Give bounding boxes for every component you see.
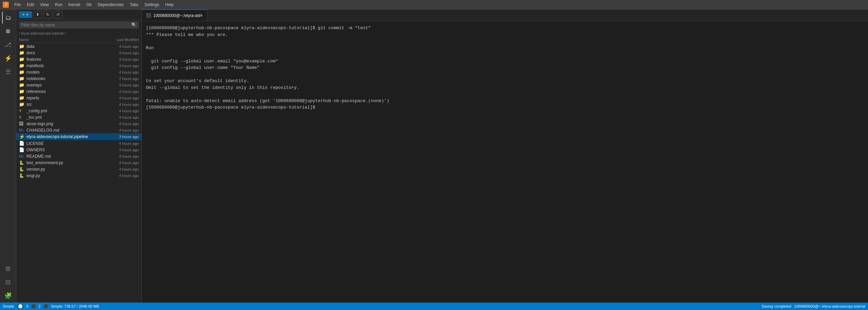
list-item[interactable]: Y_config.yml4 hours ago xyxy=(16,108,141,114)
menu-tabs[interactable]: Tabs xyxy=(127,2,141,8)
search-input[interactable] xyxy=(21,23,130,27)
menu-help[interactable]: Help xyxy=(162,2,176,8)
menu-git[interactable]: Git xyxy=(84,2,94,8)
md-icon: M↓ xyxy=(19,154,25,159)
file-icon: 📄 xyxy=(19,141,25,146)
file-name: README.md xyxy=(26,154,98,159)
upload-button[interactable]: ⬆ xyxy=(33,11,42,18)
list-item[interactable]: 📁overlays4 hours ago xyxy=(16,82,141,88)
file-name: elyra-aidevsecops-tutorial.pipeline xyxy=(26,134,98,139)
png-icon: 🖼 xyxy=(19,121,25,126)
menu-run[interactable]: Run xyxy=(52,2,65,8)
kernel-count: 5 xyxy=(26,304,28,308)
new-button[interactable]: + + xyxy=(19,11,32,18)
menu-settings[interactable]: Settings xyxy=(142,2,162,8)
folder-icon: 📁 xyxy=(19,70,25,75)
list-item[interactable]: 🖼aicoe-logo.png4 hours ago xyxy=(16,120,141,127)
file-name: LICENSE xyxy=(26,141,98,146)
list-item[interactable]: 📁notebooks2 hours ago xyxy=(16,75,141,82)
file-modified: 4 hours ago xyxy=(98,122,139,126)
menu-edit[interactable]: Edit xyxy=(24,2,37,8)
git-icon[interactable]: ⎇ xyxy=(2,39,14,51)
list-item[interactable]: 📁docs4 hours ago xyxy=(16,50,141,56)
md-icon: M↓ xyxy=(19,128,25,133)
list-item[interactable]: 📁models4 hours ago xyxy=(16,69,141,75)
folder-icon: 📁 xyxy=(19,95,25,100)
folder-icon: 📁 xyxy=(19,50,25,55)
toggle-circle xyxy=(18,304,22,308)
files-icon[interactable]: 🗂 xyxy=(2,12,14,24)
file-icon: 📄 xyxy=(19,147,25,152)
menu-dependencies[interactable]: Dependencies xyxy=(95,2,127,8)
file-panel: + + ⬆ ↻ ↺ 🔍 / elyra-aidevsecops-tutorial… xyxy=(16,9,142,303)
tab-bar: ⬛ 1000680000@~:/elyra-aid× xyxy=(142,9,868,21)
undo-button[interactable]: ↺ xyxy=(54,11,62,18)
status-left: Simple 5 ⬛ 2 ⬛ Simple: 738.57 / 2048.00 … xyxy=(3,304,99,309)
refresh-button[interactable]: ↻ xyxy=(43,11,52,18)
list-item[interactable]: 🐍test_environment.py4 hours ago xyxy=(16,159,141,166)
menu-view[interactable]: View xyxy=(37,2,52,8)
simple-label: Simple xyxy=(3,304,14,308)
list-item[interactable]: M↓README.md4 hours ago xyxy=(16,153,141,159)
kernel-icon: ⬛ xyxy=(31,304,36,309)
file-modified: 4 hours ago xyxy=(98,102,139,106)
file-name: reports xyxy=(26,96,98,100)
running-icon[interactable]: ⏹ xyxy=(2,25,14,37)
list-item[interactable]: Y_toc.yml4 hours ago xyxy=(16,114,141,120)
folder-icon: 📁 xyxy=(19,44,25,49)
py-icon: 🐍 xyxy=(19,167,25,172)
path-label: 1000680000@~:/elyra-aidevsecops-tutorial xyxy=(794,304,865,308)
table-icon[interactable]: ⊟ xyxy=(2,276,14,288)
pipeline-icon: ⚡ xyxy=(19,134,25,139)
search-icon: 🔍 xyxy=(131,22,137,27)
list-item[interactable]: 📁reports4 hours ago xyxy=(16,95,141,101)
file-name: models xyxy=(26,70,98,75)
terminal-count: 2 xyxy=(39,304,41,308)
terminal-tab[interactable]: ⬛ 1000680000@~:/elyra-aid× xyxy=(142,9,207,21)
file-list: 📁data4 hours ago📁docs4 hours ago📁feature… xyxy=(16,43,141,303)
file-table-header: Name Last Modified xyxy=(16,37,141,43)
app-logo: J xyxy=(3,2,9,8)
py-icon: 🐍 xyxy=(19,160,25,165)
file-modified: 4 hours ago xyxy=(98,161,139,165)
property-icon[interactable]: ⊞ xyxy=(2,263,14,275)
editor-area: ⬛ 1000680000@~:/elyra-aid× [1000680000@j… xyxy=(142,9,868,303)
folder-icon: 📁 xyxy=(19,82,25,88)
list-item[interactable]: 📁references4 hours ago xyxy=(16,88,141,95)
file-modified: 4 hours ago xyxy=(98,51,139,55)
list-item[interactable]: ⚡elyra-aidevsecops-tutorial.pipeline3 ho… xyxy=(16,133,141,140)
file-name: docs xyxy=(26,51,98,55)
list-item[interactable]: 📁manifests4 hours ago xyxy=(16,62,141,69)
activity-bar: 🗂 ⏹ ⎇ ⚡ ☰ ⊞ ⊟ 🧩 xyxy=(0,9,16,303)
list-item[interactable]: 📄OWNERS4 hours ago xyxy=(16,147,141,153)
file-name: references xyxy=(26,89,98,94)
list-item[interactable]: 🐍version.py4 hours ago xyxy=(16,166,141,172)
file-name: _config.yml xyxy=(26,109,98,113)
menu-kernel[interactable]: Kernel xyxy=(66,2,83,8)
terminal-icon: ⬛ xyxy=(146,13,151,18)
list-item[interactable]: 📄LICENSE4 hours ago xyxy=(16,140,141,147)
column-modified: Last Modified xyxy=(98,38,139,42)
file-name: features xyxy=(26,57,98,62)
terminal-content[interactable]: [1000680000@jupyterhub-nb-pacospace elyr… xyxy=(142,21,868,303)
list-item[interactable]: 🐍wsgi.py4 hours ago xyxy=(16,172,141,179)
saving-label: Saving completed xyxy=(761,304,791,308)
simple-toggle[interactable] xyxy=(17,304,24,309)
list-item[interactable]: M↓CHANGELOG.md4 hours ago xyxy=(16,127,141,133)
yaml-icon: Y xyxy=(19,115,25,120)
file-name: OWNERS xyxy=(26,148,98,152)
extensions-icon[interactable]: ⚡ xyxy=(2,52,14,64)
menu-file[interactable]: File xyxy=(12,2,23,8)
list-item[interactable]: 📁data4 hours ago xyxy=(16,43,141,50)
file-name: wsgi.py xyxy=(26,173,98,178)
yaml-icon: Y xyxy=(19,108,25,113)
file-name: _toc.yml xyxy=(26,115,98,120)
file-name: data xyxy=(26,44,98,49)
puzzle-icon[interactable]: 🧩 xyxy=(2,290,14,302)
list-item[interactable]: 📁src4 hours ago xyxy=(16,101,141,108)
list-item[interactable]: 📁features4 hours ago xyxy=(16,56,141,62)
commands-icon[interactable]: ☰ xyxy=(2,66,14,78)
file-modified: 4 hours ago xyxy=(98,96,139,100)
column-name[interactable]: Name xyxy=(19,38,98,42)
folder-icon: 📁 xyxy=(19,89,25,94)
